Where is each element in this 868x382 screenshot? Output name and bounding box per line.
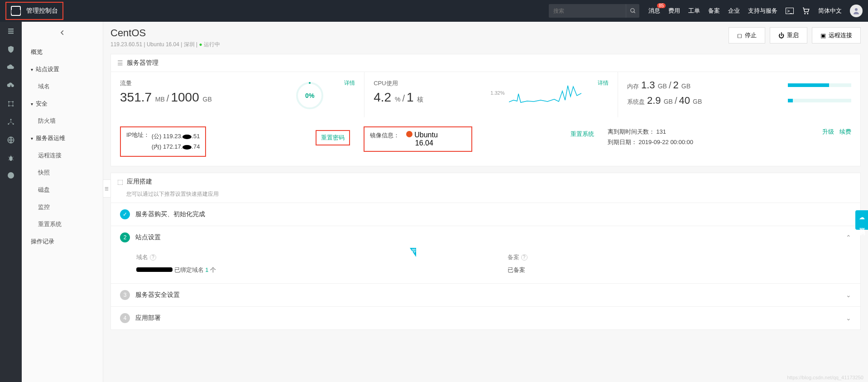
cpu-peak-label: 1.32% — [490, 90, 504, 96]
redacted-icon — [136, 267, 173, 272]
console-logo[interactable]: 管理控制台 — [5, 2, 63, 20]
check-icon: ✓ — [120, 209, 130, 219]
svg-point-3 — [807, 13, 808, 14]
sidebar-site[interactable]: ▾站点设置 — [22, 61, 103, 78]
svg-line-1 — [633, 12, 635, 13]
remote-button[interactable]: ▣远程连接 — [812, 27, 861, 44]
restart-button[interactable]: ⏻重启 — [770, 27, 807, 44]
brand-icon — [11, 6, 21, 16]
svg-point-0 — [630, 9, 634, 12]
rail-dot-icon[interactable] — [8, 172, 14, 179]
nav-record[interactable]: 备案 — [708, 7, 720, 15]
sidebar-firewall[interactable]: 防火墙 — [22, 112, 103, 130]
ubuntu-icon — [406, 131, 412, 137]
collapse-sidebar-icon[interactable] — [22, 22, 103, 44]
sidebar-oplog[interactable]: 操作记录 — [22, 233, 103, 250]
help-icon[interactable]: ? — [150, 254, 156, 261]
step-number: 2 — [120, 232, 130, 242]
sidebar-disk[interactable]: 磁盘 — [22, 181, 103, 198]
sidebar: 概览 ▾站点设置 域名 ▾安全 防火墙 ▾服务器运维 远程连接 快照 磁盘 监控… — [22, 22, 103, 382]
mem-disk-card: 内存 1.3 GB/2 GB 系统盘 2.9 GB/40 GB — [618, 72, 860, 117]
server-mgmt-title: 服务器管理 — [127, 59, 158, 67]
rail-stack-icon[interactable] — [7, 27, 15, 35]
nav-cost[interactable]: 费用 — [668, 7, 680, 15]
sidebar-ops[interactable]: ▾服务器运维 — [22, 130, 103, 147]
sidebar-domain[interactable]: 域名 — [22, 78, 103, 95]
nav-messages[interactable]: 消息85 — [648, 7, 660, 15]
traffic-detail-link[interactable]: 详情 — [344, 79, 355, 87]
step-number: 4 — [120, 313, 130, 323]
nav-language[interactable]: 简体中文 — [818, 7, 842, 15]
contact-tab[interactable]: ☁ 联系我们 — [855, 210, 868, 230]
chevron-up-icon: ⌃ — [846, 234, 851, 241]
recommend-ribbon — [410, 248, 416, 257]
search-input[interactable] — [549, 8, 626, 14]
cpu-card: 详情 CPU使用 4.2 %/1 核 1.32% — [364, 72, 618, 117]
traffic-donut: 0% — [296, 82, 323, 109]
nav-support[interactable]: 支持与服务 — [748, 7, 777, 15]
nav-terminal-icon[interactable]: >_ — [786, 8, 794, 14]
reset-password-link[interactable]: 重置密码 — [316, 130, 350, 145]
sidebar-overview[interactable]: 概览 — [22, 44, 103, 61]
step-2-body: 域名? 已绑定域名 1 个 备案? 已备案 — [111, 249, 860, 283]
nav-orders[interactable]: 工单 — [688, 7, 700, 15]
cube-icon: ⬚ — [117, 178, 123, 185]
redacted-icon — [182, 145, 192, 150]
cpu-sparkline — [509, 82, 581, 105]
rail-network-icon[interactable] — [7, 118, 15, 126]
svg-point-2 — [805, 13, 806, 14]
svg-rect-7 — [8, 33, 14, 34]
toggle-sidebar-icon[interactable]: ☰ — [103, 179, 111, 198]
svg-rect-6 — [8, 31, 14, 32]
power-icon: ⏻ — [778, 32, 784, 39]
redacted-icon — [182, 135, 192, 139]
app-build-subtitle: 您可以通过以下推荐设置快速搭建应用 — [111, 190, 860, 203]
console-title: 管理控制台 — [26, 7, 58, 15]
server-management-section: ☰服务器管理 详情 流量 351.7 MB/1000 GB 0% 详情 CPU使… — [110, 54, 861, 166]
reset-system-link[interactable]: 重置系统 — [571, 130, 594, 138]
left-rail — [0, 22, 22, 382]
rail-bug-icon[interactable] — [7, 154, 15, 162]
svg-point-16 — [9, 156, 13, 161]
ip-box: IP地址： (公) 119.23..51 (内) 172.17..74 — [120, 126, 206, 157]
step-1[interactable]: ✓ 服务器购买、初始化完成 — [111, 203, 860, 226]
sidebar-security[interactable]: ▾安全 — [22, 95, 103, 112]
sidebar-snapshot[interactable]: 快照 — [22, 164, 103, 181]
mem-bar — [788, 83, 851, 87]
image-box: 镜像信息： Ubuntu 16.04 — [364, 126, 472, 152]
rail-download-icon[interactable] — [7, 82, 15, 90]
messages-badge: 85 — [657, 3, 666, 8]
traffic-card: 详情 流量 351.7 MB/1000 GB 0% — [111, 72, 364, 117]
help-icon[interactable]: ? — [521, 254, 528, 261]
cloud-icon: ☁ — [858, 214, 865, 221]
step-3[interactable]: 3 服务器安全设置 ⌄ — [111, 283, 860, 306]
chevron-down-icon: ⌄ — [846, 291, 851, 299]
step-2[interactable]: 2 站点设置 ⌃ — [111, 226, 860, 249]
nav-enterprise[interactable]: 企业 — [728, 7, 740, 15]
sidebar-monitor[interactable]: 监控 — [22, 198, 103, 216]
watermark: https://blog.csdn.net/qq_41173250 — [787, 375, 863, 380]
app-build-title: 应用搭建 — [127, 178, 152, 186]
step-4[interactable]: 4 应用部署 ⌄ — [111, 306, 860, 329]
upgrade-link[interactable]: 升级 — [822, 128, 834, 135]
sidebar-reset[interactable]: 重置系统 — [22, 216, 103, 233]
rail-globe-icon[interactable] — [7, 136, 15, 144]
rail-nodes-icon[interactable] — [7, 100, 15, 108]
sidebar-remote[interactable]: 远程连接 — [22, 147, 103, 164]
terminal-icon: ▣ — [820, 32, 826, 39]
search-box[interactable] — [549, 4, 639, 18]
cpu-detail-link[interactable]: 详情 — [598, 79, 609, 87]
svg-point-12 — [10, 119, 12, 120]
server-icon: ☰ — [117, 59, 123, 67]
main-content: ☰ CentOS 119.23.60.51 | Ubuntu 16.04 | 深… — [103, 22, 868, 382]
app-build-section: ⬚应用搭建 您可以通过以下推荐设置快速搭建应用 ✓ 服务器购买、初始化完成 2 … — [110, 173, 861, 330]
cart-icon[interactable] — [802, 7, 810, 15]
rail-cloud-icon[interactable] — [7, 63, 15, 72]
search-button[interactable] — [626, 4, 639, 18]
renew-link[interactable]: 续费 — [839, 128, 851, 135]
disk-bar — [788, 99, 851, 102]
rail-shield-icon[interactable] — [7, 45, 15, 53]
svg-rect-5 — [8, 29, 14, 29]
stop-button[interactable]: ◻停止 — [729, 27, 765, 44]
avatar[interactable] — [850, 5, 863, 17]
